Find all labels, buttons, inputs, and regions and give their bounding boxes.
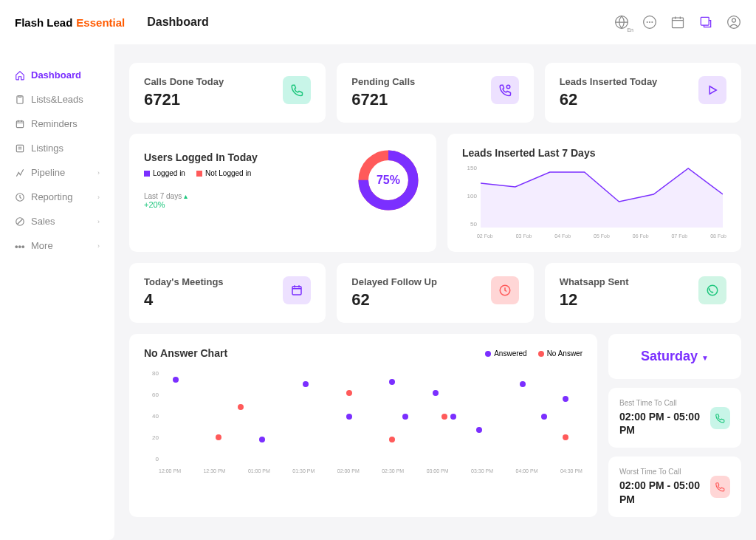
chevron-right-icon: ›: [97, 218, 100, 225]
sidebar: Dashboard Lists&Leads Reminders Listings…: [0, 44, 114, 540]
kpi-label: Whatsapp Sent: [560, 276, 629, 287]
play-icon: [698, 76, 726, 104]
kpi-value: 4: [144, 290, 224, 310]
svg-rect-10: [16, 120, 23, 127]
clipboard-icon: [15, 95, 25, 105]
sidebar-item-more[interactable]: ••• More ›: [0, 233, 114, 258]
bell-icon: [15, 119, 25, 129]
card-title: Users Logged In Today: [144, 151, 258, 163]
kpi-label: Leads Inserted Today: [560, 76, 658, 87]
phone-icon: [283, 76, 311, 104]
sidebar-item-reminders[interactable]: Reminders: [0, 112, 114, 136]
chevron-right-icon: ›: [97, 169, 100, 177]
scatter-card: No Answer Chart Answered No Answer 80604…: [129, 334, 597, 517]
calendar-icon: [283, 276, 311, 304]
header: Flash Lead Essential Dashboard En: [0, 0, 756, 44]
circle-slash-icon: [15, 216, 25, 227]
main-content: Calls Done Today 6721 Pending Calls 6721: [114, 44, 756, 540]
kpi-label: Delayed Follow Up: [351, 276, 437, 287]
svg-rect-6: [701, 17, 709, 25]
chevron-right-icon: ›: [97, 194, 100, 201]
time-value: 02:00 PM - 05:00 PM: [619, 410, 710, 437]
header-actions: En: [614, 15, 741, 30]
kpi-value: 6721: [144, 90, 224, 109]
chat-icon[interactable]: [642, 15, 657, 30]
sidebar-item-listings[interactable]: Listings: [0, 136, 114, 160]
time-label: Worst Time To Call: [619, 468, 710, 476]
svg-point-3: [650, 22, 650, 23]
svg-rect-17: [292, 287, 301, 295]
area-chart: 15010050 02 Fob03 Fob04 Fob05 Fob06 Fob0…: [462, 165, 726, 239]
sidebar-item-pipeline[interactable]: Pipeline ›: [0, 160, 114, 185]
kpi-whatsapp: Whatsapp Sent 12: [545, 263, 741, 323]
report-icon: [15, 192, 25, 202]
chevron-down-icon: ▼: [701, 354, 709, 362]
donut-chart: 75%: [355, 147, 422, 213]
clock-icon: [491, 276, 519, 304]
chart-icon: [15, 168, 25, 178]
kpi-meetings: Today's Meetings 4: [129, 263, 326, 323]
sidebar-item-label: Lists&Leads: [31, 94, 83, 105]
sidebar-item-label: Dashboard: [31, 69, 81, 81]
kpi-value: 62: [560, 90, 658, 109]
trend-value: +20%: [144, 200, 258, 209]
card-title: No Answer Chart: [144, 347, 227, 359]
leads-chart-card: Leads Inserted Last 7 Days 15010050 02 F…: [447, 134, 741, 252]
sidebar-item-label: Pipeline: [31, 167, 65, 178]
donut-percent: 75%: [377, 174, 400, 187]
users-logged-card: Users Logged In Today Logged in Not Logg…: [129, 134, 436, 252]
sidebar-item-lists[interactable]: Lists&Leads: [0, 87, 114, 112]
page-title: Dashboard: [147, 16, 209, 29]
kpi-value: 6721: [351, 90, 415, 109]
time-label: Best Time To Call: [619, 399, 710, 407]
kpi-leads-inserted: Leads Inserted Today 62: [545, 63, 741, 123]
kpi-value: 12: [560, 290, 629, 310]
calendar-icon[interactable]: [670, 15, 685, 30]
svg-point-4: [652, 22, 653, 23]
dots-icon: •••: [15, 241, 25, 251]
kpi-calls-done: Calls Done Today 6721: [129, 63, 326, 123]
chevron-right-icon: ›: [97, 242, 100, 250]
kpi-delayed: Delayed Follow Up 62: [337, 263, 533, 323]
sidebar-item-label: More: [31, 240, 53, 251]
user-avatar-icon[interactable]: [726, 15, 741, 30]
svg-point-2: [647, 22, 647, 23]
sidebar-item-label: Reporting: [31, 191, 72, 202]
sidebar-item-label: Sales: [31, 216, 55, 227]
svg-point-14: [506, 85, 510, 89]
time-sidebar: Saturday ▼ Best Time To Call 02:00 PM - …: [608, 334, 741, 517]
svg-point-19: [707, 285, 718, 295]
worst-time-card: Worst Time To Call 02:00 PM - 05:00 PM: [608, 457, 741, 516]
sidebar-item-dashboard[interactable]: Dashboard: [0, 63, 114, 87]
legend: Answered No Answer: [485, 349, 583, 358]
legend: Logged in Not Logged in: [144, 169, 258, 177]
sidebar-item-label: Listings: [31, 143, 63, 154]
day-selector[interactable]: Saturday ▼: [608, 334, 741, 379]
kpi-label: Calls Done Today: [144, 76, 224, 87]
list-icon: [15, 143, 25, 154]
best-time-card: Best Time To Call 02:00 PM - 05:00 PM: [608, 388, 741, 448]
phone-clock-icon: [491, 76, 519, 104]
home-icon: [15, 70, 25, 81]
kpi-value: 62: [351, 290, 437, 310]
window-icon[interactable]: [698, 15, 713, 30]
kpi-pending-calls: Pending Calls 6721: [337, 63, 533, 123]
logo: Flash Lead Essential: [15, 16, 125, 29]
kpi-label: Today's Meetings: [144, 276, 224, 287]
svg-rect-5: [673, 18, 684, 27]
svg-point-8: [732, 18, 736, 22]
sidebar-item-reporting[interactable]: Reporting ›: [0, 185, 114, 209]
globe-icon[interactable]: En: [614, 15, 629, 30]
phone-icon: [710, 407, 730, 429]
sidebar-item-label: Reminders: [31, 118, 78, 129]
trend-label: Last 7 days ▴: [144, 192, 258, 200]
card-title: Leads Inserted Last 7 Days: [462, 147, 726, 159]
sidebar-item-sales[interactable]: Sales ›: [0, 209, 114, 233]
phone-icon: [710, 476, 730, 498]
kpi-label: Pending Calls: [351, 76, 415, 87]
whatsapp-icon: [698, 276, 726, 304]
scatter-chart: 806040200 12:00 PM12:30 PM01:00 PM01:30 …: [144, 370, 583, 474]
time-value: 02:00 PM - 05:00 PM: [619, 479, 710, 505]
